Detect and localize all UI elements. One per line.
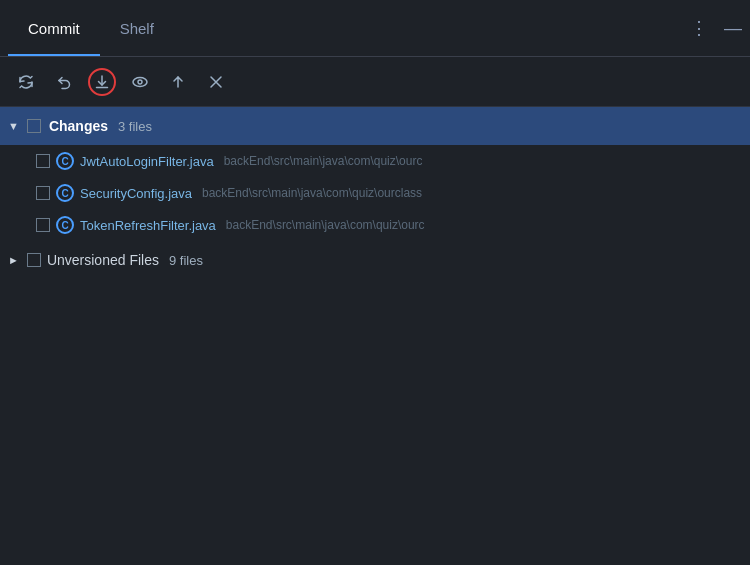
svg-point-0: [133, 77, 147, 86]
changes-group-label: Changes: [49, 118, 108, 134]
move-up-button[interactable]: [164, 68, 192, 96]
file-list: ▼ Changes 3 files C JwtAutoLoginFilter.j…: [0, 107, 750, 279]
svg-point-1: [138, 80, 142, 84]
file-path-1: backEnd\src\main\java\com\quiz\ourclass: [202, 186, 422, 200]
close-button[interactable]: [202, 68, 230, 96]
tab-commit[interactable]: Commit: [8, 0, 100, 56]
file-row[interactable]: C TokenRefreshFilter.java backEnd\src\ma…: [0, 209, 750, 241]
refresh-button[interactable]: [12, 68, 40, 96]
tab-shelf-label: Shelf: [120, 20, 154, 37]
file-name-0: JwtAutoLoginFilter.java: [80, 154, 214, 169]
minimize-icon[interactable]: —: [724, 18, 742, 39]
file-row[interactable]: C JwtAutoLoginFilter.java backEnd\src\ma…: [0, 145, 750, 177]
file-type-icon-1: C: [56, 184, 74, 202]
file-checkbox-0[interactable]: [36, 154, 50, 168]
update-project-button[interactable]: [88, 68, 116, 96]
more-options-icon[interactable]: ⋮: [690, 17, 708, 39]
tab-commit-label: Commit: [28, 20, 80, 37]
show-diff-button[interactable]: [126, 68, 154, 96]
changes-group-count: 3 files: [118, 119, 152, 134]
tab-shelf[interactable]: Shelf: [100, 0, 174, 56]
file-checkbox-2[interactable]: [36, 218, 50, 232]
unversioned-group-checkbox[interactable]: [27, 253, 41, 267]
tab-bar-actions: ⋮ —: [690, 17, 742, 39]
file-name-1: SecurityConfig.java: [80, 186, 192, 201]
unversioned-group-label: Unversioned Files: [47, 252, 159, 268]
file-type-icon-0: C: [56, 152, 74, 170]
undo-button[interactable]: [50, 68, 78, 96]
unversioned-group-count: 9 files: [169, 253, 203, 268]
toolbar: [0, 57, 750, 107]
changes-group-header[interactable]: ▼ Changes 3 files: [0, 107, 750, 145]
file-path-0: backEnd\src\main\java\com\quiz\ourc: [224, 154, 423, 168]
file-path-2: backEnd\src\main\java\com\quiz\ourc: [226, 218, 425, 232]
file-name-2: TokenRefreshFilter.java: [80, 218, 216, 233]
unversioned-group-header[interactable]: ► Unversioned Files 9 files: [0, 241, 750, 279]
unversioned-chevron-icon: ►: [8, 254, 19, 266]
file-row[interactable]: C SecurityConfig.java backEnd\src\main\j…: [0, 177, 750, 209]
changes-group-checkbox[interactable]: [27, 119, 41, 133]
changes-chevron-icon: ▼: [8, 120, 19, 132]
file-checkbox-1[interactable]: [36, 186, 50, 200]
file-type-icon-2: C: [56, 216, 74, 234]
tab-bar: Commit Shelf ⋮ —: [0, 0, 750, 57]
